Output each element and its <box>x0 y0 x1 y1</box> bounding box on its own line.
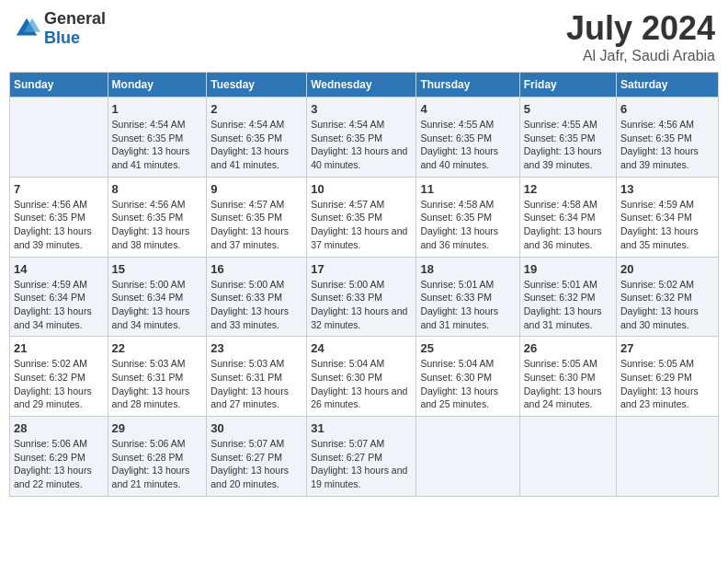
day-number: 18 <box>420 262 515 276</box>
day-number: 6 <box>620 102 714 116</box>
day-info: Sunrise: 4:57 AMSunset: 6:35 PMDaylight:… <box>210 198 302 252</box>
calendar-cell: 7Sunrise: 4:56 AMSunset: 6:35 PMDaylight… <box>10 177 108 257</box>
day-number: 8 <box>112 182 203 196</box>
day-info: Sunrise: 5:03 AMSunset: 6:31 PMDaylight:… <box>112 357 203 411</box>
calendar-cell: 23Sunrise: 5:03 AMSunset: 6:31 PMDayligh… <box>207 337 307 417</box>
day-number: 13 <box>620 182 714 196</box>
calendar-cell: 17Sunrise: 5:00 AMSunset: 6:33 PMDayligh… <box>307 257 416 337</box>
day-number: 31 <box>311 421 412 435</box>
calendar-cell: 6Sunrise: 4:56 AMSunset: 6:35 PMDaylight… <box>617 98 719 178</box>
day-number: 16 <box>210 262 302 276</box>
calendar-cell: 25Sunrise: 5:04 AMSunset: 6:30 PMDayligh… <box>416 337 519 417</box>
day-number: 30 <box>210 421 302 435</box>
day-number: 14 <box>14 262 104 276</box>
calendar-week-row: 1Sunrise: 4:54 AMSunset: 6:35 PMDaylight… <box>10 98 719 178</box>
day-info: Sunrise: 4:54 AMSunset: 6:35 PMDaylight:… <box>112 118 203 172</box>
calendar-week-row: 7Sunrise: 4:56 AMSunset: 6:35 PMDaylight… <box>10 177 719 257</box>
header-friday: Friday <box>519 73 616 98</box>
day-number: 11 <box>420 182 515 196</box>
day-info: Sunrise: 4:56 AMSunset: 6:35 PMDaylight:… <box>14 198 104 252</box>
day-number: 12 <box>524 182 612 196</box>
calendar-cell: 15Sunrise: 5:00 AMSunset: 6:34 PMDayligh… <box>108 257 207 337</box>
calendar-cell: 21Sunrise: 5:02 AMSunset: 6:32 PMDayligh… <box>10 337 108 417</box>
day-number: 15 <box>112 262 203 276</box>
calendar-cell: 28Sunrise: 5:06 AMSunset: 6:29 PMDayligh… <box>10 417 108 497</box>
logo-general: General <box>44 9 106 28</box>
calendar-week-row: 14Sunrise: 4:59 AMSunset: 6:34 PMDayligh… <box>10 257 719 337</box>
day-info: Sunrise: 5:00 AMSunset: 6:34 PMDaylight:… <box>112 278 203 332</box>
calendar-cell: 27Sunrise: 5:05 AMSunset: 6:29 PMDayligh… <box>617 337 719 417</box>
day-info: Sunrise: 5:06 AMSunset: 6:28 PMDaylight:… <box>112 437 203 491</box>
calendar-cell: 22Sunrise: 5:03 AMSunset: 6:31 PMDayligh… <box>108 337 207 417</box>
calendar-cell: 4Sunrise: 4:55 AMSunset: 6:35 PMDaylight… <box>416 98 519 178</box>
day-number: 9 <box>210 182 302 196</box>
day-number: 27 <box>620 341 714 355</box>
day-info: Sunrise: 4:56 AMSunset: 6:35 PMDaylight:… <box>620 118 714 172</box>
day-number: 2 <box>210 102 302 116</box>
day-number: 7 <box>14 182 104 196</box>
day-number: 26 <box>524 341 612 355</box>
day-number: 3 <box>311 102 412 116</box>
day-info: Sunrise: 5:07 AMSunset: 6:27 PMDaylight:… <box>210 437 302 491</box>
calendar-week-row: 28Sunrise: 5:06 AMSunset: 6:29 PMDayligh… <box>10 417 719 497</box>
calendar-header-row: Sunday Monday Tuesday Wednesday Thursday… <box>10 73 719 98</box>
day-number: 10 <box>311 182 412 196</box>
calendar-cell: 20Sunrise: 5:02 AMSunset: 6:32 PMDayligh… <box>617 257 719 337</box>
day-info: Sunrise: 5:04 AMSunset: 6:30 PMDaylight:… <box>420 357 515 411</box>
header-saturday: Saturday <box>617 73 719 98</box>
day-info: Sunrise: 4:58 AMSunset: 6:35 PMDaylight:… <box>420 198 515 252</box>
day-number: 22 <box>112 341 203 355</box>
calendar-cell: 8Sunrise: 4:56 AMSunset: 6:35 PMDaylight… <box>108 177 207 257</box>
day-info: Sunrise: 4:59 AMSunset: 6:34 PMDaylight:… <box>14 278 104 332</box>
calendar-cell <box>519 417 616 497</box>
calendar-cell: 9Sunrise: 4:57 AMSunset: 6:35 PMDaylight… <box>207 177 307 257</box>
day-number: 21 <box>14 341 104 355</box>
subtitle: Al Jafr, Saudi Arabia <box>566 48 715 64</box>
day-info: Sunrise: 5:00 AMSunset: 6:33 PMDaylight:… <box>210 278 302 332</box>
day-number: 4 <box>420 102 515 116</box>
calendar-week-row: 21Sunrise: 5:02 AMSunset: 6:32 PMDayligh… <box>10 337 719 417</box>
day-number: 20 <box>620 262 714 276</box>
day-number: 5 <box>524 102 612 116</box>
day-info: Sunrise: 4:59 AMSunset: 6:34 PMDaylight:… <box>620 198 714 252</box>
calendar-cell: 30Sunrise: 5:07 AMSunset: 6:27 PMDayligh… <box>207 417 307 497</box>
calendar-cell: 13Sunrise: 4:59 AMSunset: 6:34 PMDayligh… <box>617 177 719 257</box>
calendar-cell: 24Sunrise: 5:04 AMSunset: 6:30 PMDayligh… <box>307 337 416 417</box>
logo-blue: Blue <box>44 29 80 47</box>
page-header: General Blue July 2024 Al Jafr, Saudi Ar… <box>9 9 719 64</box>
calendar-cell: 18Sunrise: 5:01 AMSunset: 6:33 PMDayligh… <box>416 257 519 337</box>
calendar-table: Sunday Monday Tuesday Wednesday Thursday… <box>9 72 719 497</box>
calendar-cell: 31Sunrise: 5:07 AMSunset: 6:27 PMDayligh… <box>307 417 416 497</box>
day-info: Sunrise: 5:06 AMSunset: 6:29 PMDaylight:… <box>14 437 104 491</box>
day-info: Sunrise: 4:58 AMSunset: 6:34 PMDaylight:… <box>524 198 612 252</box>
title-area: July 2024 Al Jafr, Saudi Arabia <box>566 9 715 64</box>
day-number: 1 <box>112 102 203 116</box>
logo: General Blue <box>13 9 106 48</box>
day-info: Sunrise: 5:04 AMSunset: 6:30 PMDaylight:… <box>311 357 412 411</box>
header-tuesday: Tuesday <box>207 73 307 98</box>
calendar-cell <box>10 98 108 178</box>
calendar-cell: 14Sunrise: 4:59 AMSunset: 6:34 PMDayligh… <box>10 257 108 337</box>
calendar-cell <box>416 417 519 497</box>
header-thursday: Thursday <box>416 73 519 98</box>
logo-icon <box>13 15 40 42</box>
calendar-cell: 29Sunrise: 5:06 AMSunset: 6:28 PMDayligh… <box>108 417 207 497</box>
day-info: Sunrise: 4:57 AMSunset: 6:35 PMDaylight:… <box>311 198 412 252</box>
day-info: Sunrise: 4:54 AMSunset: 6:35 PMDaylight:… <box>311 118 412 172</box>
calendar-cell: 1Sunrise: 4:54 AMSunset: 6:35 PMDaylight… <box>108 98 207 178</box>
day-number: 19 <box>524 262 612 276</box>
calendar-cell: 26Sunrise: 5:05 AMSunset: 6:30 PMDayligh… <box>519 337 616 417</box>
day-number: 17 <box>311 262 412 276</box>
day-info: Sunrise: 5:03 AMSunset: 6:31 PMDaylight:… <box>210 357 302 411</box>
day-info: Sunrise: 5:05 AMSunset: 6:30 PMDaylight:… <box>524 357 612 411</box>
calendar-cell: 12Sunrise: 4:58 AMSunset: 6:34 PMDayligh… <box>519 177 616 257</box>
day-info: Sunrise: 5:05 AMSunset: 6:29 PMDaylight:… <box>620 357 714 411</box>
day-number: 29 <box>112 421 203 435</box>
calendar-cell: 19Sunrise: 5:01 AMSunset: 6:32 PMDayligh… <box>519 257 616 337</box>
header-sunday: Sunday <box>10 73 108 98</box>
day-info: Sunrise: 5:02 AMSunset: 6:32 PMDaylight:… <box>14 357 104 411</box>
day-info: Sunrise: 5:00 AMSunset: 6:33 PMDaylight:… <box>311 278 412 332</box>
day-number: 24 <box>311 341 412 355</box>
main-title: July 2024 <box>566 9 715 48</box>
day-info: Sunrise: 4:54 AMSunset: 6:35 PMDaylight:… <box>210 118 302 172</box>
